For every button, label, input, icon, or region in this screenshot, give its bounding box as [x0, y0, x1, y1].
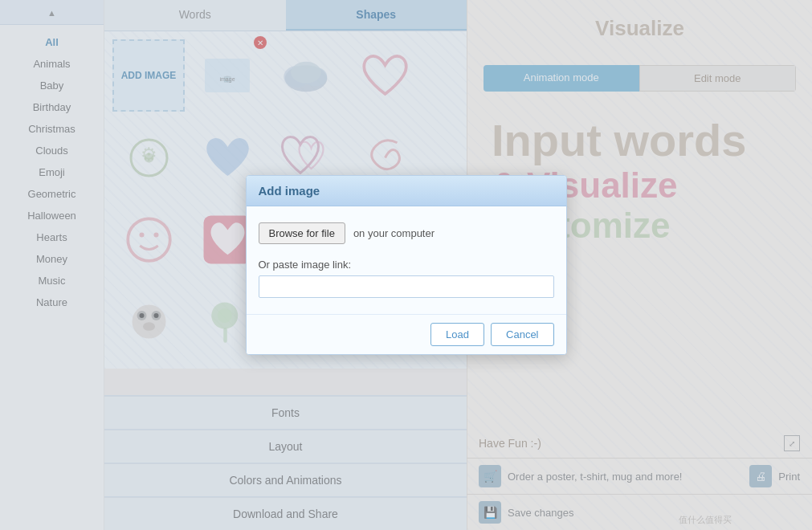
modal-footer: Load Cancel [247, 314, 566, 354]
cancel-button[interactable]: Cancel [491, 323, 553, 346]
modal-title: Add image [247, 176, 566, 206]
load-button[interactable]: Load [430, 323, 484, 346]
browse-for-file-button[interactable]: Browse for file [259, 222, 345, 244]
add-image-modal: Add image Browse for file on your comput… [246, 175, 567, 355]
main-container: ▲ All Animals Baby Birthday Christmas Cl… [0, 0, 812, 530]
browse-row: Browse for file on your computer [259, 222, 554, 244]
modal-overlay[interactable]: Add image Browse for file on your comput… [0, 0, 812, 530]
paste-label: Or paste image link: [259, 259, 554, 271]
paste-link-input[interactable] [259, 275, 554, 298]
on-computer-text: on your computer [353, 227, 435, 239]
modal-body: Browse for file on your computer Or past… [247, 206, 566, 314]
